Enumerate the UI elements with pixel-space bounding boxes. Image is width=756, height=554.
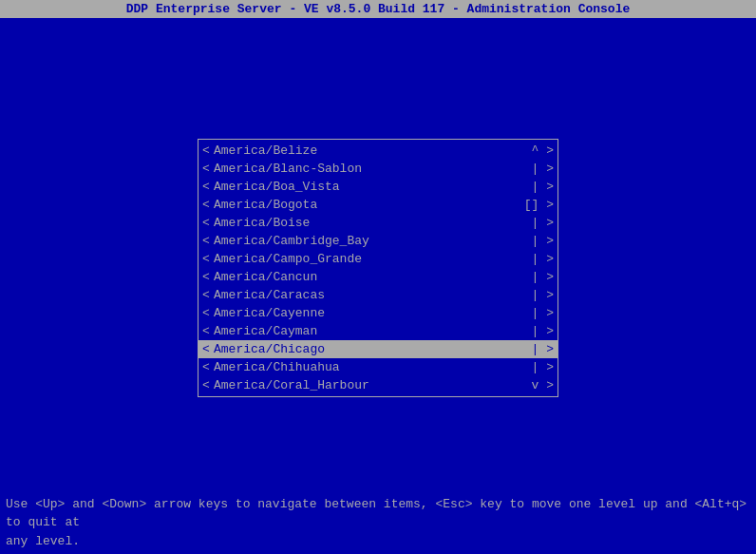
scroll-indicator: | > [532,180,554,194]
list-item[interactable]: < America/Chicago | > [198,340,558,358]
list-item-name: America/Cambridge_Bay [214,234,532,248]
list-prefix: < [202,216,214,230]
list-prefix: < [202,143,214,158]
list-prefix: < [202,270,214,284]
list-prefix: < [202,252,214,266]
scroll-indicator: | > [532,306,554,320]
list-item-name: America/Chihuahua [214,360,532,374]
scroll-indicator: [] > [524,198,554,212]
list-prefix: < [202,360,214,374]
status-line-2: any level. [6,532,750,551]
list-item[interactable]: < America/Boise | > [198,214,558,232]
scroll-indicator: | > [532,162,554,176]
scroll-indicator: | > [532,288,554,302]
list-prefix: < [202,342,214,356]
status-line-1: Use <Up> and <Down> arrow keys to naviga… [6,495,750,532]
scroll-indicator: | > [532,252,554,266]
list-item[interactable]: < America/Boa_Vista | > [198,178,558,196]
list-item[interactable]: < America/Bogota [] > [198,196,558,214]
scroll-indicator: | > [532,234,554,248]
list-prefix: < [202,324,214,338]
timezone-list-box[interactable]: < America/Belize ^ >< America/Blanc-Sabl… [198,139,558,397]
list-prefix: < [202,198,214,212]
scroll-indicator: v > [532,378,554,392]
list-prefix: < [202,378,214,392]
list-item[interactable]: < America/Cambridge_Bay | > [198,232,558,250]
list-item-name: America/Cayman [214,324,532,338]
title-text: DDP Enterprise Server - VE v8.5.0 Build … [126,2,631,16]
list-item-name: America/Boise [214,216,532,230]
list-prefix: < [202,306,214,320]
list-prefix: < [202,288,214,302]
list-item[interactable]: < America/Campo_Grande | > [198,250,558,268]
list-item[interactable]: < America/Blanc-Sablon | > [198,160,558,178]
status-bar: Use <Up> and <Down> arrow keys to naviga… [0,491,756,555]
list-item-name: America/Coral_Harbour [214,378,532,392]
list-item-name: America/Cancun [214,270,532,284]
list-item[interactable]: < America/Cayman | > [198,322,558,340]
scroll-indicator: | > [532,360,554,374]
main-content: < America/Belize ^ >< America/Blanc-Sabl… [0,29,756,506]
list-prefix: < [202,162,214,176]
list-item[interactable]: < America/Coral_Harbour v > [198,376,558,394]
list-box-inner: < America/Belize ^ >< America/Blanc-Sabl… [198,140,558,396]
list-item-name: America/Cayenne [214,306,532,320]
list-prefix: < [202,180,214,194]
title-bar: DDP Enterprise Server - VE v8.5.0 Build … [0,0,756,18]
scroll-indicator: | > [532,270,554,284]
scroll-indicator: | > [532,324,554,338]
list-item-name: America/Belize [214,143,532,158]
list-item[interactable]: < America/Cancun | > [198,268,558,286]
list-prefix: < [202,234,214,248]
list-item-name: America/Campo_Grande [214,252,532,266]
list-item[interactable]: < America/Cayenne | > [198,304,558,322]
list-item[interactable]: < America/Caracas | > [198,286,558,304]
scroll-indicator: | > [532,342,554,356]
scroll-indicator: ^ > [532,143,554,158]
list-item-name: America/Caracas [214,288,532,302]
list-item-name: America/Blanc-Sablon [214,162,532,176]
list-item-name: America/Chicago [214,342,532,356]
list-item[interactable]: < America/Belize ^ > [198,142,558,160]
list-item[interactable]: < America/Chihuahua | > [198,358,558,376]
scroll-indicator: | > [532,216,554,230]
list-item-name: America/Boa_Vista [214,180,532,194]
list-item-name: America/Bogota [214,198,524,212]
